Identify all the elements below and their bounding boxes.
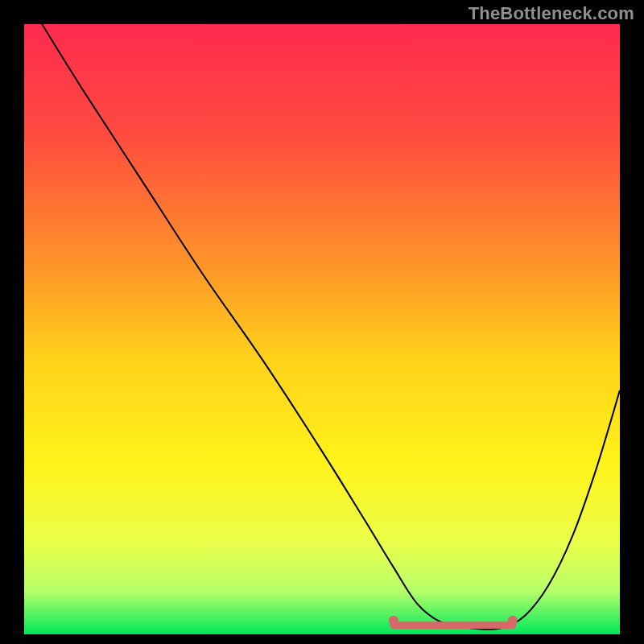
chart-container: { "attribution": "TheBottleneck.com", "c… bbox=[0, 0, 644, 644]
bottleneck-chart bbox=[0, 0, 644, 644]
optimal-range-endcap bbox=[508, 616, 518, 625]
optimal-range-endcap bbox=[389, 616, 398, 625]
gradient-background bbox=[24, 24, 620, 634]
attribution-text: TheBottleneck.com bbox=[469, 3, 634, 24]
